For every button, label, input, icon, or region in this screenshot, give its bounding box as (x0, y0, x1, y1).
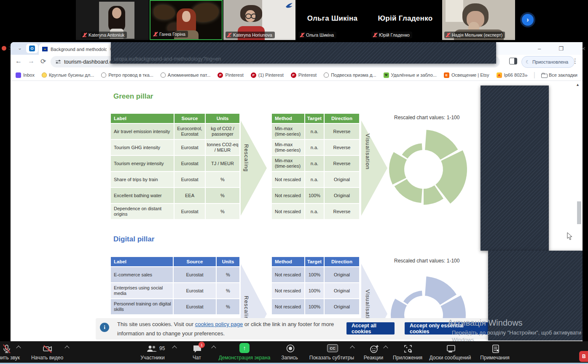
back-icon[interactable]: ← (15, 57, 22, 65)
accept-all-cookies-button[interactable]: Accept all cookies (346, 322, 395, 335)
table-cell: n.a. (305, 156, 324, 171)
table-header: Direction (325, 257, 359, 266)
green-indicators-table: LabelSourceUnitsAir travel emission inte… (111, 114, 239, 219)
digital-method-table: MethodTargetDirectionNot rescaled100%Ori… (272, 257, 359, 314)
participants-button-label[interactable]: Участники (140, 355, 164, 361)
table-header: Target (305, 114, 324, 123)
notes-button-label[interactable]: Примечания (480, 355, 509, 361)
bookmark-item[interactable]: Круглые бусины дл... (42, 72, 94, 78)
table-cell: Not rescaled (272, 188, 304, 203)
share-screen-button-label[interactable]: Демонстрация экрана (219, 355, 271, 361)
table-header: Method (272, 114, 304, 123)
bookmark-item[interactable]: EОсвещение | Etsy (444, 72, 489, 78)
reactions-button-label[interactable]: Реакции (364, 355, 383, 361)
participant-tile[interactable]: Kateryna Antoniuk (76, 0, 149, 40)
bookmarks-overflow-icon[interactable]: » (525, 72, 528, 78)
bookmark-item[interactable]: P(1) Pinterest (251, 72, 284, 78)
side-panel-icon[interactable] (509, 58, 517, 64)
table-header: Source (175, 114, 205, 123)
table-cell: Eurostat (174, 299, 216, 314)
bookmark-item[interactable]: AIp66 8023 Smd Chip... (497, 72, 525, 78)
record-icon[interactable] (286, 344, 295, 353)
green-pillar-title: Green pillar (113, 92, 153, 101)
green-donut-chart (369, 115, 478, 224)
bookmark-item[interactable]: Подвеска призма д... (324, 72, 376, 78)
table-cell: 100% (305, 188, 324, 203)
participant-tile[interactable]: Ольга Шикіна Ольга Шикіна (296, 0, 368, 40)
share-screen-icon[interactable]: ↑ (239, 343, 250, 353)
participants-icon[interactable] (146, 344, 158, 354)
pinned-tab-outlook[interactable]: O (26, 44, 38, 53)
camera-off-icon[interactable] (42, 344, 53, 354)
table-cell: Not rescaled (272, 299, 304, 314)
reload-icon[interactable]: ⟳ (40, 57, 46, 65)
bookmark-item[interactable]: PPinterest (217, 72, 243, 78)
table-cell: Min-max (time-series) (272, 124, 304, 139)
notes-icon[interactable] (491, 344, 501, 354)
active-tab[interactable]: ★ Background and methodology ✕ (39, 43, 116, 55)
leave-meeting-button[interactable]: В (579, 351, 588, 362)
table-cell: Original (325, 172, 359, 187)
inbox-icon (16, 72, 21, 78)
cookies-policy-link[interactable]: cookies policy page (195, 321, 243, 327)
apps-icon[interactable] (403, 344, 413, 354)
participant-name: Ганна Горіна (152, 31, 188, 37)
reactions-icon[interactable] (369, 344, 379, 354)
table-cell: EEA (175, 188, 205, 203)
participant-tile[interactable]: Kateryna Horiunova (223, 0, 295, 40)
mute-button-label[interactable]: Включить звук (0, 355, 20, 361)
captions-button-label[interactable]: Показать субтитры (309, 355, 354, 361)
participant-tile-active-speaker[interactable]: Ганна Горіна (150, 0, 223, 40)
divider: | (534, 71, 535, 79)
bookmark-item[interactable]: ⚒Удалённые и забло... (384, 72, 437, 78)
record-button-label[interactable]: Запись (281, 355, 298, 361)
next-participants-button[interactable]: › (522, 14, 534, 26)
mic-muted-icon[interactable] (2, 344, 12, 354)
chat-button-label[interactable]: Чат (193, 355, 201, 361)
browser-menu-kebab-icon[interactable]: ⋮ (572, 57, 578, 65)
bookmark-item[interactable]: Алюминиевые пат... (161, 72, 211, 78)
table-cell: Reverse (325, 140, 359, 155)
all-bookmarks-button[interactable]: Все закладки (541, 72, 577, 78)
captions-icon[interactable]: CC (327, 344, 338, 352)
bookmark-item[interactable]: PPinterest (291, 72, 317, 78)
table-header: Label (111, 257, 173, 266)
table-cell: Eurostat (175, 172, 205, 187)
whiteboards-icon[interactable] (446, 344, 456, 354)
outlook-icon: O (29, 46, 35, 51)
participant-name: Надія Мельник (експерт) (444, 32, 505, 38)
close-icon[interactable]: ✕ (581, 46, 586, 52)
bookmark-item[interactable]: Inbox (16, 72, 35, 78)
table-header: Target (305, 257, 324, 266)
table-cell: Tourism energy intensity (111, 156, 174, 171)
digital-pillar-title: Digital pillar (113, 235, 154, 244)
mic-muted-icon (227, 32, 231, 37)
forward-icon[interactable]: → (28, 57, 35, 65)
video-button-label[interactable]: Начать видео (31, 355, 63, 361)
sync-paused-pill[interactable]: ☾ Приостановлена (521, 56, 575, 68)
mic-muted-icon (373, 32, 377, 37)
maximize-icon[interactable]: ❐ (558, 46, 564, 52)
mouse-cursor (567, 232, 574, 241)
recording-indicator-dot (2, 46, 6, 51)
table-cell: tonnes CO2-eq / MEUR (206, 140, 239, 155)
table-cell: Tourism GHG intensity (111, 140, 174, 155)
participant-tile[interactable]: Надія Мельник (експерт) (442, 0, 515, 40)
participants-count: 95 (159, 345, 165, 351)
pinterest-icon: P (251, 72, 256, 78)
minimize-icon[interactable]: – (538, 46, 541, 52)
apps-button-label[interactable]: Приложения (393, 355, 422, 361)
table-cell: n.a. (305, 204, 324, 219)
table-cell: % (217, 283, 239, 298)
scrollbar-up-icon[interactable]: ▲ (576, 83, 580, 87)
participant-big-name: Ольга Шикіна (296, 14, 368, 23)
table-cell: % (206, 204, 239, 219)
scrollbar-thumb[interactable] (577, 201, 581, 224)
participant-tile[interactable]: Юрій Гладенко Юрій Гладенко (369, 0, 441, 40)
table-cell: TJ / MEUR (206, 156, 239, 171)
bookmark-item[interactable]: Ретро провод в тка... (101, 72, 153, 78)
university-bird-logo (285, 3, 293, 9)
whiteboards-button-label[interactable]: Доски сообщений (429, 355, 471, 361)
table-cell: n.a. (305, 140, 324, 155)
site-info-icon[interactable] (56, 60, 61, 64)
